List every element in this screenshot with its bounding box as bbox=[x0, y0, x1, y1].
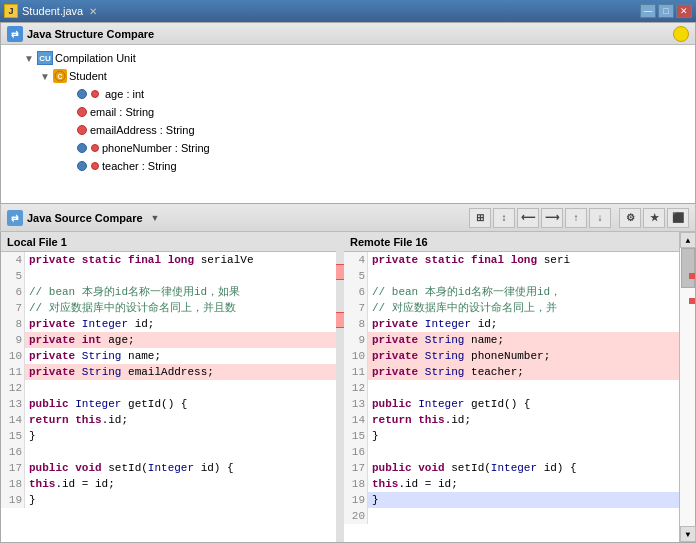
line-number: 10 bbox=[1, 348, 25, 364]
line-code: } bbox=[25, 428, 336, 444]
line-number: 12 bbox=[344, 380, 368, 396]
table-row: 19 } bbox=[344, 492, 679, 508]
source-title: Java Source Compare bbox=[27, 212, 143, 224]
remote-code-lines: 4 private static final long seri56 // be… bbox=[344, 252, 679, 524]
table-row: 10 private String phoneNumber; bbox=[344, 348, 679, 364]
toolbar-btn-9[interactable]: ★ bbox=[643, 208, 665, 228]
line-number: 5 bbox=[344, 268, 368, 284]
line-number: 6 bbox=[344, 284, 368, 300]
close-button[interactable]: ✕ bbox=[676, 4, 692, 18]
table-row: 16 bbox=[344, 444, 679, 460]
line-code bbox=[368, 508, 679, 524]
line-code: private Integer id; bbox=[25, 316, 336, 332]
line-number: 18 bbox=[1, 476, 25, 492]
table-row: 13 public Integer getId() { bbox=[1, 396, 336, 412]
toolbar-btn-2[interactable]: ↕ bbox=[493, 208, 515, 228]
table-row: 16 bbox=[1, 444, 336, 460]
line-code: private Integer id; bbox=[368, 316, 679, 332]
toolbar-btn-4[interactable]: ⟶ bbox=[541, 208, 563, 228]
line-number: 17 bbox=[344, 460, 368, 476]
right-scrollbar[interactable]: ▲ ▼ bbox=[679, 232, 695, 542]
compilation-unit-label: Compilation Unit bbox=[55, 52, 136, 64]
dot-red-teacher bbox=[91, 162, 99, 170]
line-number: 8 bbox=[1, 316, 25, 332]
toolbar-btn-6[interactable]: ↓ bbox=[589, 208, 611, 228]
table-row: 14 return this.id; bbox=[1, 412, 336, 428]
tree-item-student[interactable]: ▼ C Student bbox=[1, 67, 695, 85]
line-number: 18 bbox=[344, 476, 368, 492]
remote-code-panel: Remote File 16 4 private static final lo… bbox=[344, 232, 679, 542]
line-number: 17 bbox=[1, 460, 25, 476]
line-number: 11 bbox=[1, 364, 25, 380]
table-row: 15 } bbox=[344, 428, 679, 444]
line-code bbox=[25, 380, 336, 396]
table-row: 4 private static final long seri bbox=[344, 252, 679, 268]
line-code: // 对应数据库中的设计命名同上，并 bbox=[368, 300, 679, 316]
title-close[interactable]: ✕ bbox=[89, 6, 97, 17]
title-controls[interactable]: — □ ✕ bbox=[640, 4, 692, 18]
toolbar-btn-3[interactable]: ⟵ bbox=[517, 208, 539, 228]
table-row: 11 private String teacher; bbox=[344, 364, 679, 380]
line-code bbox=[25, 444, 336, 460]
tree-item-teacher[interactable]: teacher : String bbox=[1, 157, 695, 175]
table-row: 7 // 对应数据库中的设计命名同上，并 bbox=[344, 300, 679, 316]
line-number: 15 bbox=[344, 428, 368, 444]
maximize-button[interactable]: □ bbox=[658, 4, 674, 18]
table-row: 20 bbox=[344, 508, 679, 524]
line-number: 12 bbox=[1, 380, 25, 396]
table-row: 14 return this.id; bbox=[344, 412, 679, 428]
tree-item-email[interactable]: email : String bbox=[1, 103, 695, 121]
local-code-scroll[interactable]: 4 private static final long serialVe56 /… bbox=[1, 252, 336, 542]
scroll-track[interactable] bbox=[680, 248, 695, 526]
toolbar-btn-7[interactable] bbox=[613, 208, 617, 228]
toolbar-btn-8[interactable]: ⚙ bbox=[619, 208, 641, 228]
table-row: 19 } bbox=[1, 492, 336, 508]
local-file-label: Local File 1 bbox=[7, 236, 67, 248]
code-divider bbox=[336, 232, 344, 542]
line-number: 14 bbox=[1, 412, 25, 428]
combined-dots-teacher bbox=[77, 161, 99, 171]
line-code bbox=[368, 444, 679, 460]
line-code bbox=[368, 380, 679, 396]
scroll-thumb[interactable] bbox=[681, 248, 695, 288]
remote-code-scroll[interactable]: 4 private static final long seri56 // be… bbox=[344, 252, 679, 542]
minimize-button[interactable]: — bbox=[640, 4, 656, 18]
line-code: // bean 本身的id名称一律使用id，如果 bbox=[25, 284, 336, 300]
line-number: 19 bbox=[1, 492, 25, 508]
dot-blue-phone bbox=[77, 143, 87, 153]
toolbar-btn-1[interactable]: ⊞ bbox=[469, 208, 491, 228]
table-row: 9 private int age; bbox=[1, 332, 336, 348]
line-code bbox=[25, 268, 336, 284]
diff-marker-1 bbox=[689, 273, 695, 279]
line-code: private int age; bbox=[25, 332, 336, 348]
table-row: 12 bbox=[344, 380, 679, 396]
toolbar-btn-5[interactable]: ↑ bbox=[565, 208, 587, 228]
title-text: Student.java bbox=[22, 5, 83, 17]
tree-item-phonenumber[interactable]: phoneNumber : String bbox=[1, 139, 695, 157]
dot-red-age bbox=[91, 90, 99, 98]
scroll-up-button[interactable]: ▲ bbox=[680, 232, 696, 248]
tree-item-compilation-unit[interactable]: ▼ CU Compilation Unit bbox=[1, 49, 695, 67]
tree-item-emailaddress[interactable]: emailAddress : String bbox=[1, 121, 695, 139]
expand-icon-student[interactable]: ▼ bbox=[37, 71, 53, 82]
svg-text:C: C bbox=[57, 73, 62, 80]
age-label: age : int bbox=[105, 88, 144, 100]
line-code: this.id = id; bbox=[25, 476, 336, 492]
line-code: } bbox=[368, 492, 679, 508]
line-code: return this.id; bbox=[368, 412, 679, 428]
toolbar-btn-10[interactable]: ⬛ bbox=[667, 208, 689, 228]
diff-connector-2 bbox=[336, 312, 344, 328]
tree-item-age[interactable]: age : int bbox=[1, 85, 695, 103]
line-number: 20 bbox=[344, 508, 368, 524]
scroll-down-button[interactable]: ▼ bbox=[680, 526, 696, 542]
source-compare-header: ⇄ Java Source Compare ▼ ⊞ ↕ ⟵ ⟶ ↑ ↓ ⚙ ★ … bbox=[0, 204, 696, 232]
dot-blue-age bbox=[77, 89, 87, 99]
dropdown-arrow[interactable]: ▼ bbox=[151, 213, 160, 223]
diff-connector-1 bbox=[336, 264, 344, 280]
line-code: } bbox=[368, 428, 679, 444]
student-label: Student bbox=[69, 70, 107, 82]
combined-dots-age bbox=[77, 89, 102, 99]
local-code-panel: Local File 1 4 private static final long… bbox=[1, 232, 336, 542]
line-code: // 对应数据库中的设计命名同上，并且数 bbox=[25, 300, 336, 316]
expand-icon[interactable]: ▼ bbox=[21, 53, 37, 64]
